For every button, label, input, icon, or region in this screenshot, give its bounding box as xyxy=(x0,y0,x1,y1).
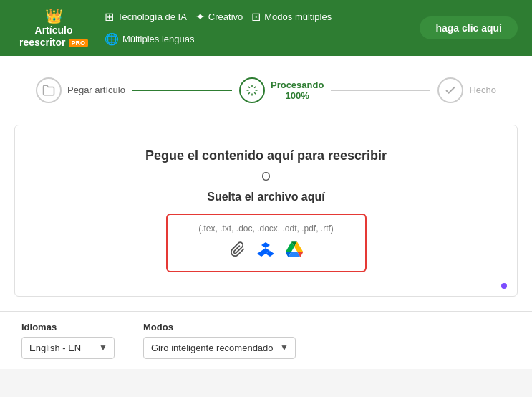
logo: 👑 ArtículoreescritorPRO xyxy=(14,7,93,49)
crown-icon: 👑 xyxy=(45,7,63,24)
logo-title: ArtículoreescritorPRO xyxy=(19,24,88,49)
drop-sub-text: Suelta el archivo aquí xyxy=(207,191,325,204)
language-select[interactable]: English - EN Español - ES Français - FR xyxy=(21,337,115,359)
step-paste-label: Pegar artículo xyxy=(67,85,125,95)
main-content: Pegar artículo Procesando 100% Hecho xyxy=(0,56,532,311)
step-line-2 xyxy=(331,90,430,91)
ia-icon: ⊞ xyxy=(105,10,114,24)
feature-languages[interactable]: 🌐 Múltiples lenguas xyxy=(105,32,194,46)
feature-creative[interactable]: ✦ Creativo xyxy=(195,10,243,24)
drop-main-text: Pegue el contenido aquí para reescribir xyxy=(145,148,387,163)
language-select-wrapper[interactable]: English - EN Español - ES Français - FR … xyxy=(21,337,115,359)
dot-indicator xyxy=(501,283,507,289)
feature-creative-label: Creativo xyxy=(208,11,243,22)
feature-ia[interactable]: ⊞ Tecnología de IA xyxy=(105,10,187,24)
step-paste: Pegar artículo xyxy=(36,77,125,103)
dropbox-icon[interactable] xyxy=(257,241,274,262)
file-upload-box[interactable]: (.tex, .txt, .doc, .docx, .odt, .pdf, .r… xyxy=(166,214,367,272)
step-line-1 xyxy=(132,90,232,91)
bottom-bar: Idiomas English - EN Español - ES França… xyxy=(0,311,532,369)
mode-label: Modos xyxy=(143,322,296,333)
drop-or-text: O xyxy=(261,171,270,183)
step-done: Hecho xyxy=(437,77,496,103)
file-types-label: (.tex, .txt, .doc, .docx, .odt, .pdf, .r… xyxy=(198,224,334,234)
feature-modes[interactable]: ⊡ Modos múltiples xyxy=(251,10,332,24)
mode-select-wrapper[interactable]: Giro inteligente recomendado Creativo Fo… xyxy=(143,337,296,359)
stepper: Pegar artículo Procesando 100% Hecho xyxy=(14,70,518,110)
modes-icon: ⊡ xyxy=(251,10,261,24)
gdrive-icon[interactable] xyxy=(286,241,303,262)
file-icon-group xyxy=(230,241,303,262)
paperclip-icon[interactable] xyxy=(230,241,246,262)
header: 👑 ArtículoreescritorPRO ⊞ Tecnología de … xyxy=(0,0,532,56)
feature-ia-label: Tecnología de IA xyxy=(117,11,187,22)
globe-icon: 🌐 xyxy=(105,32,119,46)
step-processing-label: Procesando 100% xyxy=(271,80,324,101)
step-done-label: Hecho xyxy=(469,85,496,95)
drop-zone[interactable]: Pegue el contenido aquí para reescribir … xyxy=(14,125,518,297)
mode-section: Modos Giro inteligente recomendado Creat… xyxy=(143,322,296,359)
creative-icon: ✦ xyxy=(195,10,205,24)
feature-list: ⊞ Tecnología de IA ✦ Creativo ⊡ Modos mú… xyxy=(105,10,408,46)
cta-button[interactable]: haga clic aquí xyxy=(420,16,518,39)
step-paste-icon xyxy=(36,77,62,103)
feature-languages-label: Múltiples lenguas xyxy=(122,34,194,44)
step-done-icon xyxy=(437,77,463,103)
mode-select[interactable]: Giro inteligente recomendado Creativo Fo… xyxy=(143,337,296,359)
step-processing: Procesando 100% xyxy=(239,77,324,103)
pro-badge: PRO xyxy=(69,39,89,47)
step-processing-icon xyxy=(239,77,265,103)
language-section: Idiomas English - EN Español - ES França… xyxy=(21,322,115,359)
feature-modes-label: Modos múltiples xyxy=(264,11,332,22)
language-label: Idiomas xyxy=(21,322,115,333)
